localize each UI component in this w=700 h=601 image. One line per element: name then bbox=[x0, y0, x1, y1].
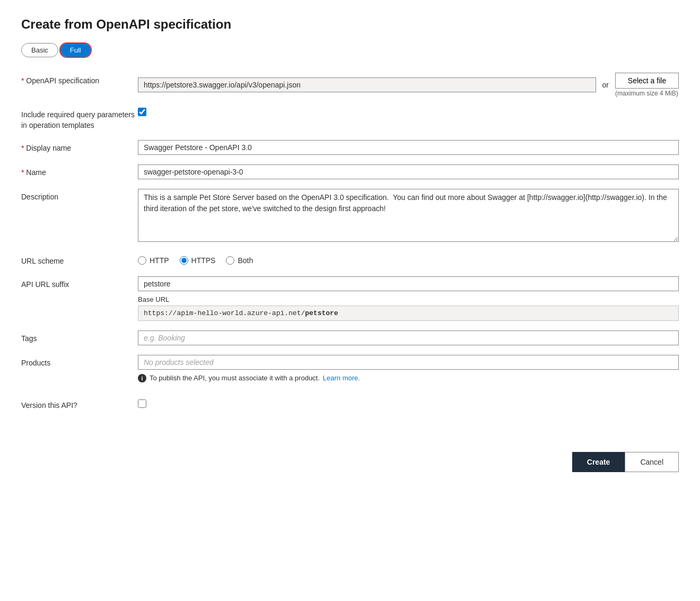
base-url-section: Base URL https://apim-hello-world.azure-… bbox=[138, 295, 679, 321]
url-scheme-http-radio[interactable] bbox=[138, 256, 146, 265]
version-row: Version this API? bbox=[21, 397, 679, 411]
version-checkbox[interactable] bbox=[138, 399, 146, 408]
cancel-button[interactable]: Cancel bbox=[625, 452, 679, 472]
select-file-button[interactable]: Select a file bbox=[615, 73, 679, 89]
create-button[interactable]: Create bbox=[572, 452, 625, 472]
description-row: Description This is a sample Pet Store S… bbox=[21, 189, 679, 243]
form: OpenAPI specification or Select a file (… bbox=[21, 73, 679, 420]
openapi-spec-control: or Select a file (maximum size 4 MiB) bbox=[138, 73, 679, 97]
tags-input[interactable] bbox=[138, 330, 679, 345]
openapi-input-row: or Select a file (maximum size 4 MiB) bbox=[138, 73, 679, 97]
publish-note: i To publish the API, you must associate… bbox=[138, 374, 679, 382]
description-textarea[interactable]: This is a sample Pet Store Server based … bbox=[138, 189, 679, 242]
select-file-wrap: Select a file (maximum size 4 MiB) bbox=[615, 73, 679, 97]
tags-control bbox=[138, 330, 679, 345]
base-url-suffix-display: petstore bbox=[305, 309, 338, 317]
display-name-label: Display name bbox=[21, 140, 138, 154]
url-scheme-both-text: Both bbox=[238, 256, 253, 265]
name-row: Name bbox=[21, 164, 679, 179]
tags-row: Tags bbox=[21, 330, 679, 345]
base-url-box: https://apim-hello-world.azure-api.net/p… bbox=[138, 306, 679, 321]
tab-toggle: Basic bbox=[21, 43, 58, 57]
or-text: or bbox=[602, 81, 609, 89]
products-input[interactable] bbox=[138, 355, 679, 370]
openapi-spec-label: OpenAPI specification bbox=[21, 73, 138, 86]
url-scheme-https-text: HTTPS bbox=[191, 256, 216, 265]
publish-note-text: To publish the API, you must associate i… bbox=[150, 374, 320, 382]
url-scheme-http-text: HTTP bbox=[150, 256, 169, 265]
url-scheme-http-label[interactable]: HTTP bbox=[138, 256, 169, 265]
url-scheme-radio-group: HTTP HTTPS Both bbox=[138, 253, 679, 265]
url-scheme-both-label[interactable]: Both bbox=[226, 256, 253, 265]
display-name-input[interactable] bbox=[138, 140, 679, 155]
openapi-spec-input[interactable] bbox=[138, 77, 596, 92]
version-control bbox=[138, 398, 679, 410]
products-label: Products bbox=[21, 355, 138, 369]
include-params-label: Include required query parameters in ope… bbox=[21, 107, 138, 130]
tags-label: Tags bbox=[21, 330, 138, 344]
api-url-suffix-control: Base URL https://apim-hello-world.azure-… bbox=[138, 276, 679, 321]
products-control: i To publish the API, you must associate… bbox=[138, 355, 679, 382]
page-title: Create from OpenAPI specification bbox=[21, 17, 679, 32]
url-scheme-both-radio[interactable] bbox=[226, 256, 234, 265]
description-control: This is a sample Pet Store Server based … bbox=[138, 189, 679, 243]
learn-more-link[interactable]: Learn more. bbox=[323, 374, 360, 382]
tab-basic[interactable]: Basic bbox=[22, 43, 58, 57]
url-scheme-https-radio[interactable] bbox=[180, 256, 188, 265]
api-url-suffix-row: API URL suffix Base URL https://apim-hel… bbox=[21, 276, 679, 321]
include-params-row: Include required query parameters in ope… bbox=[21, 107, 679, 130]
name-label: Name bbox=[21, 164, 138, 178]
max-size-text: (maximum size 4 MiB) bbox=[615, 90, 678, 97]
include-params-checkbox-row bbox=[138, 107, 679, 116]
display-name-row: Display name bbox=[21, 140, 679, 155]
url-scheme-label: URL scheme bbox=[21, 253, 138, 267]
name-control bbox=[138, 164, 679, 179]
description-label: Description bbox=[21, 189, 138, 203]
products-row: Products i To publish the API, you must … bbox=[21, 355, 679, 382]
url-scheme-https-label[interactable]: HTTPS bbox=[180, 256, 216, 265]
url-scheme-row: URL scheme HTTP HTTPS Both bbox=[21, 253, 679, 267]
url-scheme-control: HTTP HTTPS Both bbox=[138, 253, 679, 265]
display-name-control bbox=[138, 140, 679, 155]
info-icon: i bbox=[138, 374, 146, 382]
api-url-suffix-label: API URL suffix bbox=[21, 276, 138, 290]
openapi-spec-row: OpenAPI specification or Select a file (… bbox=[21, 73, 679, 97]
tab-group: Basic Full bbox=[21, 42, 679, 58]
name-input[interactable] bbox=[138, 164, 679, 179]
include-params-checkbox[interactable] bbox=[138, 108, 146, 116]
footer-buttons: Create Cancel bbox=[21, 452, 679, 472]
base-url-label: Base URL bbox=[138, 295, 679, 303]
api-url-suffix-input[interactable] bbox=[138, 276, 679, 291]
tab-full-outline: Full bbox=[59, 42, 92, 58]
base-url-prefix: https://apim-hello-world.azure-api.net/ bbox=[144, 309, 305, 317]
include-params-control bbox=[138, 107, 679, 116]
version-label: Version this API? bbox=[21, 397, 138, 411]
tab-full[interactable]: Full bbox=[60, 43, 91, 57]
